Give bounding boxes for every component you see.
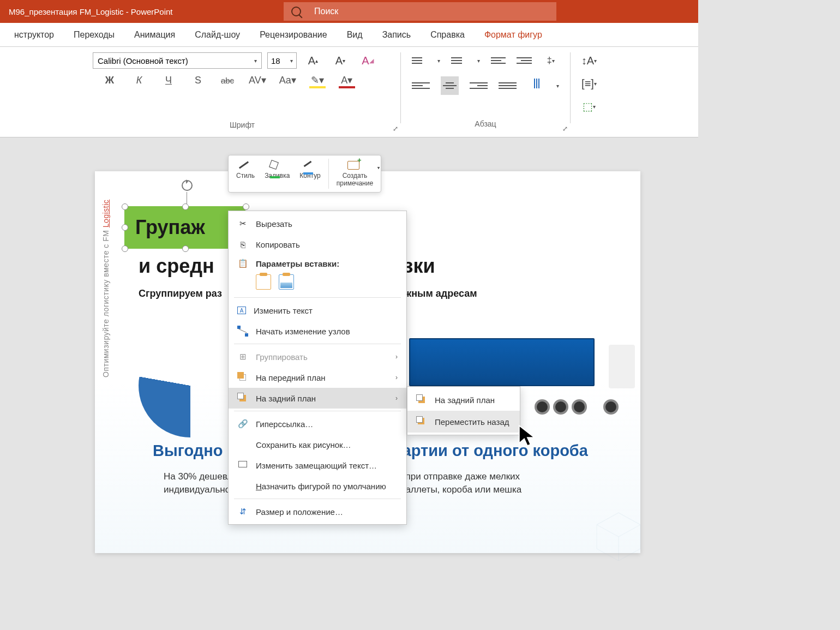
selected-shape[interactable]: Групаж (124, 206, 245, 249)
convert-smartart-button[interactable]: ⬚▾ (578, 98, 600, 115)
wheel-icon (553, 399, 568, 415)
decrease-font-button[interactable]: A▾ (329, 52, 351, 69)
nodes-icon (237, 326, 248, 337)
arrange-group: ↕A▾ [≡]▾ ⬚▾ (571, 47, 608, 137)
increase-font-button[interactable]: A▴ (302, 52, 324, 69)
ctx-paste-heading: 📋 Параметры вставки: (229, 255, 406, 272)
slide-body-right: на при отправке даже мелкихй паллеты, ко… (393, 470, 521, 496)
tab-view[interactable]: Вид (347, 30, 363, 40)
align-center-button[interactable] (441, 76, 459, 95)
pen-icon (303, 161, 311, 167)
resize-handle-nw[interactable] (122, 203, 128, 210)
bold-button[interactable]: Ж (101, 75, 118, 86)
ctx-default-shape[interactable]: Назначить фигурой по умолчанию (229, 476, 406, 496)
spacing-button[interactable]: AV▾ (249, 74, 266, 86)
ctx-edit-nodes[interactable]: Начать изменение узлов (229, 321, 406, 341)
ctx-size-pos-label: Размер и положение… (256, 507, 343, 517)
resize-handle-w[interactable] (122, 224, 128, 231)
tab-animation[interactable]: Анимация (134, 30, 175, 40)
ctx-paste-label: Параметры вставки: (256, 259, 339, 268)
decrease-indent-button[interactable] (491, 53, 506, 68)
tab-record[interactable]: Запись (382, 30, 411, 40)
align-text-button[interactable]: [≡]▾ (578, 75, 600, 92)
comment-icon (347, 161, 359, 170)
ctx-cut-label: Вырезать (256, 219, 292, 229)
text-direction-button[interactable]: ↕A▾ (578, 52, 600, 69)
ctx-alt-text[interactable]: Изменить замещающий текст… (229, 455, 406, 476)
paragraph-dialog-launcher[interactable]: ⤢ (562, 125, 568, 133)
ctx-bring-front-label: На передний план (256, 373, 326, 382)
highlight-button[interactable]: ✎▾ (309, 74, 326, 86)
mini-outline-button[interactable]: ▾ Контур (297, 159, 322, 181)
strike-button[interactable]: abc (219, 76, 236, 85)
ctx-default-shape-label: Назначить фигурой по умолчанию (256, 482, 386, 491)
context-menu: ✂ Вырезать ⎘ Копировать 📋 Параметры вста… (228, 211, 407, 525)
slide-body-left: На 30% дешевлеиндивидуальной (164, 470, 238, 496)
align-left-button[interactable] (412, 79, 430, 93)
bullets-button[interactable] (412, 53, 427, 68)
resize-handle-n[interactable] (182, 203, 189, 210)
default-shape-icon (237, 481, 248, 491)
paste-options (229, 272, 406, 295)
columns-button[interactable] (527, 79, 545, 93)
increase-indent-button[interactable] (517, 53, 531, 68)
tab-review[interactable]: Рецензирование (260, 30, 327, 40)
separator (234, 297, 401, 298)
rotate-handle[interactable] (182, 180, 193, 191)
ctx-copy[interactable]: ⎘ Копировать (229, 234, 406, 255)
window-title: M96_презентация FM_Logistic - PowerPoint (4, 7, 173, 16)
ctx-group-label: Группировать (256, 352, 308, 362)
context-submenu: На задний план Переместить назад (407, 386, 520, 435)
tab-shape-format[interactable]: Формат фигур (484, 30, 542, 40)
line-spacing-button[interactable]: ‡▾ (543, 52, 559, 69)
justify-button[interactable] (499, 79, 517, 93)
brush-icon (239, 161, 249, 169)
ctx-save-picture[interactable]: Сохранить как рисунок… (229, 434, 406, 455)
font-group-label: Шрифт (93, 121, 392, 133)
wheel-icon (572, 399, 587, 415)
ctx-size-position[interactable]: ⇵ Размер и положение… (229, 501, 406, 522)
ctx-cut[interactable]: ✂ Вырезать (229, 213, 406, 234)
case-button[interactable]: Aa▾ (279, 74, 296, 86)
font-group: Calibri (Основной текст) ▾ 18 ▾ A▴ A▾ A◢… (84, 47, 400, 137)
send-backward-icon (416, 416, 427, 427)
font-name-dropdown[interactable]: Calibri (Основной текст) ▾ (93, 52, 262, 69)
wheel-icon (603, 399, 619, 415)
align-right-button[interactable] (470, 79, 488, 93)
tab-help[interactable]: Справка (430, 30, 465, 40)
tab-transitions[interactable]: Переходы (74, 30, 115, 40)
tab-designer[interactable]: нструктор (14, 30, 54, 40)
paragraph-group: ▾ ▾ ‡▾ ▾ Абзац ⤢ (401, 47, 570, 137)
resize-handle-s[interactable] (182, 245, 189, 252)
ctx-hyperlink[interactable]: 🔗 Гиперссылка… (229, 413, 406, 434)
resize-handle-ne[interactable] (243, 203, 249, 210)
text-edit-icon: A (237, 307, 246, 314)
shape-text: Групаж (135, 216, 205, 239)
mini-comment-button[interactable]: Создатьпримечание (334, 159, 375, 189)
search-icon (291, 7, 301, 16)
sub-send-backward[interactable]: Переместить назад (407, 411, 520, 433)
ctx-send-back[interactable]: На задний план › (229, 388, 406, 409)
paste-picture-button[interactable] (279, 274, 294, 290)
font-color-button[interactable]: A▾ (339, 74, 355, 86)
sub-send-back-label: На задний план (435, 395, 495, 405)
ribbon: Calibri (Основной текст) ▾ 18 ▾ A▴ A▾ A◢… (0, 47, 698, 137)
italic-button[interactable]: К (131, 75, 147, 86)
paste-keep-source-button[interactable] (256, 274, 271, 290)
font-dialog-launcher[interactable]: ⤢ (393, 125, 398, 133)
underline-button[interactable]: Ч (160, 75, 177, 86)
numbering-button[interactable] (451, 53, 466, 68)
ctx-save-pic-label: Сохранить как рисунок… (256, 440, 351, 449)
font-size-dropdown[interactable]: 18 ▾ (267, 52, 297, 69)
ctx-edit-text[interactable]: A Изменить текст (229, 300, 406, 321)
ctx-bring-front[interactable]: На передний план › (229, 367, 406, 388)
tab-slideshow[interactable]: Слайд-шоу (195, 30, 240, 40)
resize-handle-sw[interactable] (122, 245, 128, 252)
search-box[interactable]: Поиск (284, 2, 556, 21)
mini-fill-button[interactable]: ▾ Заливка (262, 159, 292, 181)
shadow-button[interactable]: S (190, 75, 206, 86)
clear-format-button[interactable]: A◢ (357, 52, 379, 69)
mini-style-button[interactable]: ▾ Стиль (234, 159, 257, 181)
sub-send-back[interactable]: На задний план (407, 389, 520, 411)
scissors-icon: ✂ (237, 218, 248, 229)
